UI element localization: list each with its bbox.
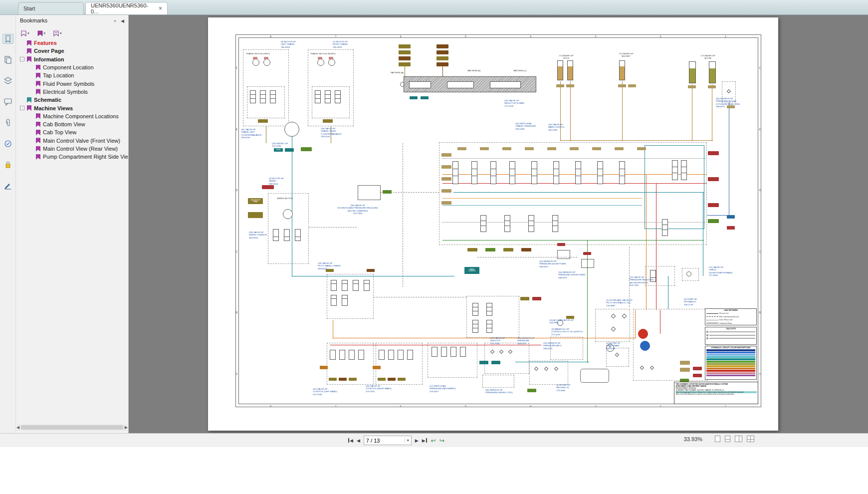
expander-icon[interactable]: - <box>20 106 24 110</box>
cylinder-symbol <box>709 61 716 83</box>
bookmark-item[interactable]: Main Control Valve (Front View) <box>16 137 128 145</box>
bookmark-item[interactable]: Features <box>16 39 128 47</box>
connector-chip <box>556 84 564 87</box>
tab-start[interactable]: Start <box>18 2 84 14</box>
bookmarks-expand-all-icon[interactable]: » <box>114 18 116 23</box>
valve-spool-symbol <box>339 350 345 360</box>
pattern-slot <box>409 81 431 88</box>
security-lock-icon[interactable] <box>2 160 13 170</box>
bookmark-flag-tool[interactable]: ▾ <box>37 30 46 36</box>
connector-chip: TRAVEL CONTROL <box>464 267 479 274</box>
bookmark-item[interactable]: Tap Location <box>16 71 128 79</box>
page-number-input[interactable]: 7 / 13 ▾ <box>364 436 412 445</box>
page-dropdown-icon[interactable]: ▾ <box>405 438 409 443</box>
signature-panel-icon[interactable] <box>2 181 13 191</box>
layers-panel-icon[interactable] <box>2 76 13 86</box>
bookmark-expand-tool[interactable]: ▾ <box>21 30 29 36</box>
circuit-line <box>587 240 588 363</box>
schematic-label: SWING MOTOR <box>277 197 293 200</box>
connector-chip <box>373 366 381 369</box>
attachments-panel-icon[interactable] <box>2 118 13 128</box>
facing-view-button[interactable] <box>735 436 742 442</box>
schematic-label: (31) VALVE GP TRAVEL LEFT COUNTERBALANCE… <box>241 128 261 139</box>
connector-chip <box>502 147 511 150</box>
grid-column-label: 6 <box>400 35 402 38</box>
first-page-button[interactable]: ◀ <box>348 438 353 443</box>
bookmark-flag-icon <box>36 154 40 160</box>
circuit-line <box>374 297 466 297</box>
grid-column-label: 5 <box>465 405 466 408</box>
schematic-label: TRAVEL MOTOR (RIGHT) <box>310 52 336 55</box>
grid-column-label: 3 <box>595 35 596 38</box>
valve-spool-symbol <box>273 229 279 241</box>
bookmark-item[interactable]: Cab Bottom View <box>16 120 128 128</box>
bookmarks-collapse-panel-icon[interactable]: ◀ <box>121 18 124 23</box>
valve-spool-symbol <box>480 215 486 232</box>
valve-spool-symbol <box>450 347 456 357</box>
circle-symbol <box>283 209 293 219</box>
schematic-label: (8) MOTOR GP LEFT TRAVEL 185-6953 <box>281 40 296 48</box>
single-page-view-button[interactable] <box>715 436 720 442</box>
scrollbar-thumb[interactable] <box>21 425 123 430</box>
valve-spool-symbol <box>388 350 394 360</box>
tab-document[interactable]: UENR5360UENR5360-0... × <box>85 2 168 14</box>
previous-view-button[interactable]: ↩ <box>431 437 436 444</box>
valve-spool-symbol <box>619 161 625 184</box>
close-tab-icon[interactable]: × <box>159 5 162 12</box>
next-view-button[interactable]: ↪ <box>439 437 444 444</box>
valve-spool-symbol <box>681 160 687 180</box>
connector-chip <box>441 201 451 205</box>
last-page-button[interactable]: ▶ <box>422 438 428 443</box>
bookmarks-panel-icon[interactable] <box>2 34 13 44</box>
comments-panel-icon[interactable] <box>2 97 13 107</box>
schematic-label: (35) VALVE GP SELECTOR (6-WAY) 171-0024 <box>504 99 524 107</box>
scroll-left-icon[interactable]: ◀ <box>16 425 19 430</box>
connector-chip <box>592 147 601 150</box>
bookmark-item[interactable]: -Information <box>16 55 128 63</box>
bookmark-item[interactable]: Main Control View (Rear View) <box>16 145 128 153</box>
bookmarks-toolbar: ▾ ▾ ▾ <box>16 26 128 39</box>
bookmark-item[interactable]: Schematic <box>16 96 128 104</box>
zoom-level[interactable]: 33.93% <box>684 436 702 442</box>
grid-row-label: A <box>236 372 237 375</box>
expander-icon[interactable]: - <box>20 57 24 61</box>
pattern-slot <box>447 81 474 88</box>
bookmark-item[interactable]: Component Location <box>16 63 128 71</box>
circuit-line <box>309 227 357 228</box>
connector-chip <box>339 378 347 381</box>
valve-spool-symbol <box>250 90 256 103</box>
grid-row-label: C <box>236 250 238 253</box>
shuttle-valve-box <box>484 343 529 374</box>
valve-spool-symbol <box>662 219 668 236</box>
connector-chip <box>485 248 495 251</box>
bookmark-item-label: Pump Compartment Right Side Vie <box>43 154 128 160</box>
bookmark-flag-icon <box>36 89 40 94</box>
bookmark-item[interactable]: Electrical Symbols <box>16 88 128 96</box>
pages-panel-icon[interactable] <box>2 55 13 65</box>
bookmark-item[interactable]: Pump Compartment Right Side Vie <box>16 153 128 161</box>
connector-chip <box>441 177 451 181</box>
bookmark-item[interactable]: -Machine Views <box>16 104 128 112</box>
valve-spool-symbol <box>486 320 492 333</box>
bookmark-item[interactable]: Machine Component Locations <box>16 112 128 120</box>
previous-page-button[interactable]: ◀ <box>357 438 360 443</box>
continuous-facing-view-button[interactable] <box>747 436 754 442</box>
bookmark-item[interactable]: Cab Top View <box>16 128 128 136</box>
bookmark-actions-tool[interactable]: ▾ <box>53 30 62 36</box>
pressure-sensor-drive <box>581 259 594 268</box>
swing-motor-box <box>268 193 309 264</box>
grid-row-label: A <box>759 372 761 375</box>
verify-panel-icon[interactable] <box>2 139 13 149</box>
valve-spool-symbol <box>335 90 341 103</box>
next-page-button[interactable]: ▶ <box>415 438 419 443</box>
continuous-view-button[interactable] <box>725 436 730 442</box>
document-page[interactable]: 8877665544332211FFEEDDCCBBAAOFSELSWG MOT… <box>208 17 778 431</box>
scroll-right-icon[interactable]: ▶ <box>125 425 128 430</box>
connector-chip <box>441 153 451 157</box>
valve-spool-symbol <box>407 350 413 360</box>
bookmark-item[interactable]: Cover Page <box>16 47 128 55</box>
bookmark-item[interactable]: Fluid Power Symbols <box>16 79 128 87</box>
connector-chip <box>708 177 719 181</box>
dropdown-icon: ▾ <box>60 31 62 35</box>
bookmarks-horizontal-scrollbar[interactable]: ◀ ▶ <box>16 424 128 431</box>
